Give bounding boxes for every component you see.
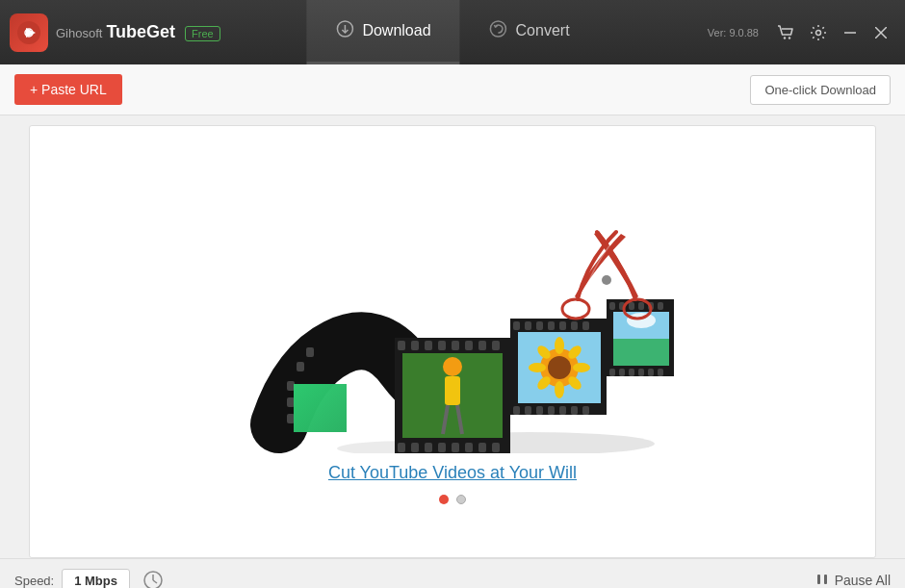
svg-rect-80 bbox=[648, 369, 654, 376]
brand-area: Gihosoft TubeGet Free bbox=[56, 22, 220, 42]
pause-all-button[interactable]: Pause All bbox=[815, 573, 891, 589]
svg-rect-91 bbox=[817, 575, 820, 584]
statusbar: Speed: 1 Mbps Pause All bbox=[0, 558, 905, 588]
svg-point-85 bbox=[602, 275, 611, 285]
svg-rect-48 bbox=[559, 321, 566, 330]
svg-rect-77 bbox=[619, 369, 625, 376]
svg-rect-28 bbox=[478, 341, 486, 350]
svg-rect-33 bbox=[438, 443, 446, 452]
svg-point-64 bbox=[573, 363, 590, 372]
svg-rect-51 bbox=[513, 406, 520, 415]
svg-rect-44 bbox=[513, 321, 520, 330]
svg-point-5 bbox=[491, 21, 506, 37]
hero-link[interactable]: Cut YouTube Videos at Your Will bbox=[328, 463, 577, 483]
svg-rect-18 bbox=[306, 347, 314, 357]
cart-button[interactable] bbox=[770, 17, 801, 48]
speed-label: Speed: bbox=[14, 574, 54, 588]
svg-rect-46 bbox=[536, 321, 543, 330]
svg-rect-50 bbox=[582, 321, 589, 330]
history-button[interactable] bbox=[138, 565, 168, 588]
svg-line-90 bbox=[153, 580, 157, 583]
speed-display: 1 Mbps bbox=[62, 569, 130, 589]
svg-rect-53 bbox=[536, 406, 543, 415]
svg-rect-24 bbox=[425, 341, 432, 350]
svg-rect-40 bbox=[445, 376, 460, 405]
svg-rect-22 bbox=[398, 341, 405, 350]
settings-button[interactable] bbox=[803, 17, 834, 48]
svg-rect-16 bbox=[287, 414, 295, 423]
paste-url-button[interactable]: + Paste URL bbox=[14, 74, 122, 105]
svg-rect-34 bbox=[452, 443, 459, 452]
speed-value: 1 Mbps bbox=[74, 574, 117, 588]
carousel-dot-1[interactable] bbox=[439, 495, 449, 504]
svg-rect-29 bbox=[492, 341, 500, 350]
svg-point-60 bbox=[548, 356, 571, 379]
svg-rect-92 bbox=[824, 575, 827, 584]
minimize-button[interactable] bbox=[836, 18, 865, 47]
svg-point-39 bbox=[443, 357, 462, 376]
svg-rect-27 bbox=[465, 341, 473, 350]
company-name: Gihosoft bbox=[56, 26, 102, 40]
svg-rect-78 bbox=[629, 369, 634, 376]
svg-rect-23 bbox=[411, 341, 419, 350]
version-label: Ver: 9.0.88 bbox=[708, 27, 759, 38]
titlebar-right: Ver: 9.0.88 bbox=[708, 17, 895, 48]
svg-point-6 bbox=[784, 37, 786, 38]
convert-tab-icon bbox=[489, 19, 508, 43]
svg-rect-73 bbox=[638, 302, 644, 310]
svg-rect-32 bbox=[425, 443, 432, 452]
carousel-dot-2[interactable] bbox=[456, 495, 466, 504]
svg-rect-55 bbox=[559, 406, 566, 415]
toolbar: + Paste URL One-click Download bbox=[0, 64, 905, 115]
titlebar: Gihosoft TubeGet Free Download bbox=[0, 0, 905, 64]
svg-rect-26 bbox=[452, 341, 459, 350]
close-button[interactable] bbox=[866, 18, 895, 47]
convert-tab-label: Convert bbox=[516, 22, 570, 39]
tab-convert[interactable]: Convert bbox=[460, 0, 599, 64]
svg-rect-36 bbox=[478, 443, 486, 452]
svg-point-62 bbox=[555, 381, 564, 398]
svg-rect-45 bbox=[525, 321, 531, 330]
svg-rect-17 bbox=[297, 362, 304, 371]
svg-point-86 bbox=[562, 299, 589, 319]
svg-rect-56 bbox=[571, 406, 578, 415]
svg-rect-52 bbox=[525, 406, 531, 415]
free-badge: Free bbox=[185, 26, 220, 41]
svg-point-8 bbox=[816, 30, 821, 35]
svg-point-84 bbox=[627, 313, 656, 328]
speed-area: Speed: 1 Mbps bbox=[14, 565, 168, 588]
svg-rect-20 bbox=[294, 384, 347, 432]
svg-point-7 bbox=[789, 37, 790, 38]
svg-rect-35 bbox=[465, 443, 473, 452]
svg-rect-47 bbox=[548, 321, 555, 330]
main-wrapper: Cut YouTube Videos at Your Will bbox=[0, 115, 905, 558]
svg-rect-72 bbox=[629, 302, 634, 310]
svg-rect-14 bbox=[287, 381, 295, 391]
download-tab-label: Download bbox=[362, 22, 430, 39]
svg-rect-76 bbox=[609, 369, 615, 376]
tab-download[interactable]: Download bbox=[306, 0, 459, 64]
svg-rect-57 bbox=[582, 406, 589, 415]
svg-rect-25 bbox=[438, 341, 446, 350]
svg-rect-54 bbox=[548, 406, 555, 415]
svg-rect-75 bbox=[658, 302, 663, 310]
product-name: TubeGet bbox=[106, 22, 175, 42]
download-tab-icon bbox=[335, 19, 354, 43]
svg-rect-31 bbox=[411, 443, 419, 452]
svg-rect-49 bbox=[571, 321, 578, 330]
pause-all-label: Pause All bbox=[835, 573, 891, 588]
hero-image-area: Cut YouTube Videos at Your Will bbox=[30, 126, 875, 557]
main-content-area: Cut YouTube Videos at Your Will bbox=[29, 125, 876, 558]
logo-area: Gihosoft TubeGet Free bbox=[10, 13, 221, 52]
svg-rect-30 bbox=[398, 443, 405, 452]
nav-tabs: Download Convert bbox=[306, 0, 598, 64]
svg-point-61 bbox=[555, 337, 564, 354]
carousel-dots bbox=[439, 495, 466, 504]
svg-rect-70 bbox=[609, 302, 615, 310]
svg-point-63 bbox=[529, 363, 546, 372]
svg-rect-15 bbox=[287, 397, 295, 407]
svg-rect-81 bbox=[658, 369, 663, 376]
one-click-download-button[interactable]: One-click Download bbox=[750, 75, 891, 105]
film-strip-illustration bbox=[221, 174, 684, 453]
pause-icon bbox=[815, 573, 829, 589]
